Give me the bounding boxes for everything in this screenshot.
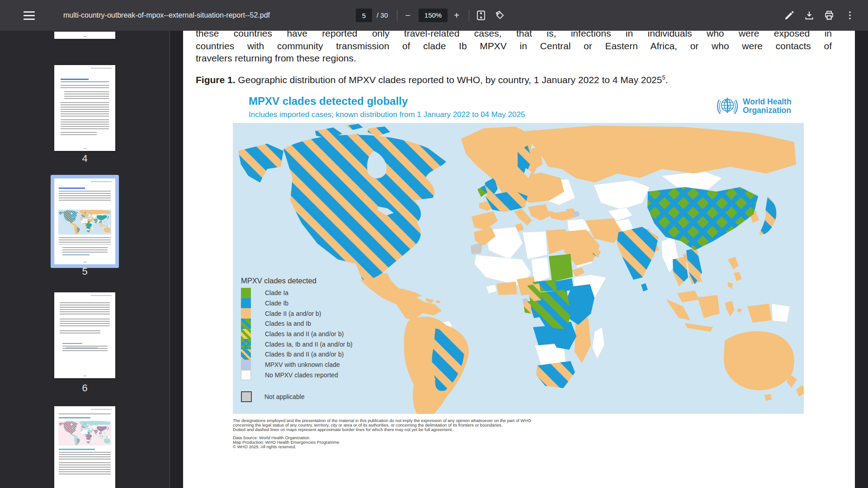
legend-item: Clade Ia xyxy=(241,288,390,298)
legend-item: Clades Ia and Ib xyxy=(241,319,390,329)
legend-swatch-clade-ii xyxy=(241,308,251,319)
figure-caption: Figure 1. Geographic distribution of MPX… xyxy=(196,75,832,85)
paragraph-line: countries with community transmission of… xyxy=(196,40,832,52)
thumbnail-page-6[interactable] xyxy=(54,292,115,378)
world-map-figure: MPXV clades detected Clade Ia Clade Ib C… xyxy=(233,123,804,414)
thumbnail-label-6: 6 xyxy=(54,382,115,394)
annotate-icon[interactable] xyxy=(784,10,795,21)
more-options-icon[interactable] xyxy=(844,10,855,21)
rotate-icon[interactable] xyxy=(495,10,505,21)
figure-caption-label: Figure 1. xyxy=(196,75,236,85)
print-icon[interactable] xyxy=(824,10,835,21)
paragraph-line: these countries have reported only trave… xyxy=(196,31,832,40)
legend-swatch-clades-ia-ii xyxy=(241,329,251,339)
toolbar: multi-country-outbreak-of-mpox--external… xyxy=(0,0,868,31)
pdf-viewer-window: multi-country-outbreak-of-mpox--external… xyxy=(0,0,868,488)
legend-header: MPXV clades detected xyxy=(241,277,390,285)
legend-item: No MPXV clades reported xyxy=(241,370,390,380)
legend-item: MPXV with unknown clade xyxy=(241,360,390,370)
legend-swatch-clades-ib-ii xyxy=(241,349,251,360)
legend-not-applicable: Not applicable xyxy=(241,391,305,402)
figure-caption-footnote-marker: 5 xyxy=(662,74,665,81)
legend-item: Clades Ia, Ib and II (a and/or b) xyxy=(241,339,390,349)
legend-swatch-not-applicable xyxy=(241,391,252,402)
legend-swatch-no-clades xyxy=(241,370,251,380)
page-number-input[interactable] xyxy=(356,9,372,22)
legend-swatch-clades-ia-ib xyxy=(241,319,251,329)
toolbar-separator xyxy=(469,10,469,21)
thumbnail-page-5-selected[interactable] xyxy=(51,175,119,268)
document-title: multi-country-outbreak-of-mpox--external… xyxy=(63,0,270,31)
thumbnail-panel: 3 4 xyxy=(0,31,170,488)
zoom-level-display[interactable]: 150% xyxy=(419,9,448,22)
legend-item: Clade II (a and/or b) xyxy=(241,308,390,319)
legend-swatch-clade-ia xyxy=(241,288,251,298)
thumbnail-label-4: 4 xyxy=(54,153,115,164)
who-logo: World Health Organization xyxy=(716,94,804,119)
thumbnail-page-7[interactable] xyxy=(54,406,115,488)
legend-swatch-unknown-clade xyxy=(241,360,251,370)
who-globe-icon xyxy=(716,94,739,118)
page-total-label: / 30 xyxy=(377,0,388,31)
toolbar-separator xyxy=(397,10,397,21)
map-source: Data Source: World Health Organization M… xyxy=(233,436,339,449)
zoom-out-button[interactable]: − xyxy=(401,9,414,22)
legend-item: Clade Ib xyxy=(241,298,390,309)
who-logo-text: World Health Organization xyxy=(743,98,792,115)
legend-item: Clades Ib and II (a and/or b) xyxy=(241,349,390,360)
legend-swatch-clade-ib xyxy=(241,298,251,309)
map-title: MPXV clades detected globally xyxy=(249,95,408,108)
paragraph-line: travelers returning from these regions. xyxy=(196,52,832,65)
document-viewer[interactable]: these countries have reported only trave… xyxy=(170,31,868,488)
pdf-page-5: these countries have reported only trave… xyxy=(183,31,855,488)
figure-caption-text: Geographic distribution of MPXV clades r… xyxy=(236,75,662,85)
body-paragraph: these countries have reported only trave… xyxy=(196,31,832,65)
map-legend: MPXV clades detected Clade Ia Clade Ib C… xyxy=(241,277,390,380)
panel-divider xyxy=(170,31,170,488)
zoom-in-button[interactable]: + xyxy=(450,9,463,22)
fit-to-page-icon[interactable] xyxy=(476,10,486,21)
map-disclaimer: The designations employed and the presen… xyxy=(233,418,531,432)
thumbnail-label-5: 5 xyxy=(54,266,115,277)
thumbnail-page-3[interactable] xyxy=(54,32,115,39)
map-subtitle: Includes imported cases; known distribut… xyxy=(249,110,525,119)
legend-item: Clades Ia and II (a and/or b) xyxy=(241,329,390,339)
download-icon[interactable] xyxy=(804,10,815,21)
thumbnail-page-4[interactable] xyxy=(54,65,115,151)
hamburger-menu-icon[interactable] xyxy=(24,10,35,20)
legend-swatch-clades-ia-ib-ii xyxy=(241,339,251,349)
